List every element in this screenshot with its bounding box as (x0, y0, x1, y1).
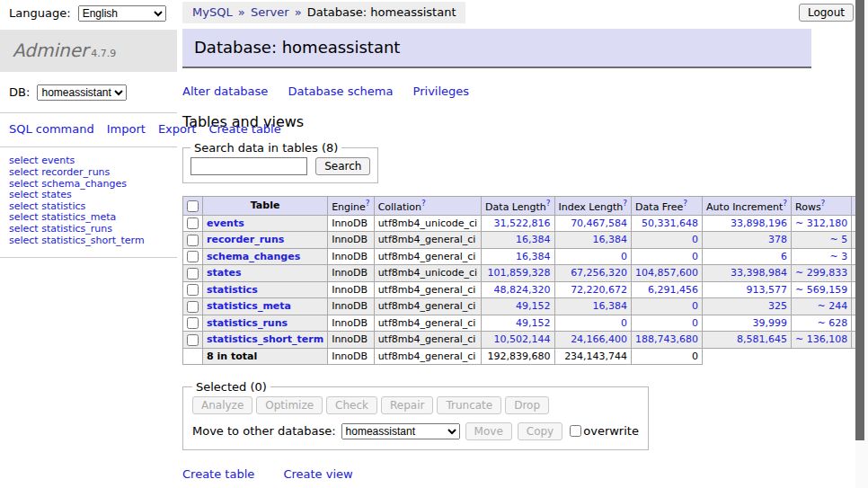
auto-increment-link[interactable]: 6 (781, 251, 787, 262)
sidebar-link-sql-command[interactable]: SQL command (9, 122, 94, 136)
db-select[interactable]: homeassistant (37, 84, 127, 101)
index-length-link[interactable]: 70,467,584 (571, 217, 627, 229)
help-link-data-length[interactable]: ? (546, 199, 551, 208)
sidebar-table-link-schema-changes[interactable]: schema_changes (41, 178, 127, 190)
table-name-link-events[interactable]: events (207, 217, 244, 229)
select-link-states[interactable]: select (9, 189, 39, 200)
data-free-link[interactable]: 50,331,648 (642, 217, 698, 229)
data-length-link[interactable]: 49,152 (516, 300, 551, 312)
row-checkbox-schema-changes[interactable] (187, 251, 199, 262)
index-length-link[interactable]: 72,220,672 (571, 284, 627, 296)
select-link-schema-changes[interactable]: select (9, 178, 39, 190)
table-name-link-statistics[interactable]: statistics (207, 284, 258, 296)
rows-count-link[interactable]: ~ 628 (817, 317, 847, 329)
help-link-index-length[interactable]: ? (623, 199, 627, 208)
index-length-link[interactable]: 0 (621, 317, 627, 329)
create-view-link[interactable]: Create view (283, 467, 352, 481)
row-checkbox-recorder-runs[interactable] (187, 235, 199, 246)
select-link-statistics-short-term[interactable]: select (9, 235, 39, 246)
select-link-recorder-runs[interactable]: select (9, 166, 39, 178)
sidebar-table-link-recorder-runs[interactable]: recorder_runs (41, 166, 110, 178)
auto-increment-link[interactable]: 325 (768, 300, 787, 312)
data-length-link[interactable]: 48,824,320 (494, 284, 551, 296)
sidebar-table-link-statistics[interactable]: statistics (41, 200, 85, 212)
data-length-link[interactable]: 101,859,328 (488, 267, 551, 279)
row-checkbox-states[interactable] (187, 268, 199, 279)
index-length-link[interactable]: 67,256,320 (571, 267, 627, 279)
rows-count-link[interactable]: ~ 312,180 (795, 217, 847, 229)
select-link-statistics-meta[interactable]: select (9, 211, 39, 223)
auto-increment-link[interactable]: 378 (768, 234, 787, 245)
rows-count-link[interactable]: ~ 136,108 (795, 333, 847, 345)
help-link-data-free[interactable]: ? (683, 199, 687, 208)
move-database-select[interactable]: homeassistant (341, 423, 460, 439)
privileges-link[interactable]: Privileges (413, 84, 470, 98)
row-checkbox-events[interactable] (187, 217, 199, 229)
rows-count-link[interactable]: ~ 244 (817, 300, 847, 312)
data-free-link[interactable]: 104,857,600 (635, 267, 698, 279)
data-free-link[interactable]: 0 (692, 251, 698, 262)
auto-increment-link[interactable]: 913,577 (747, 284, 788, 296)
data-free-link[interactable]: 0 (692, 300, 698, 312)
select-all-checkbox[interactable] (187, 200, 199, 212)
search-input[interactable] (190, 157, 307, 175)
alter-database-link[interactable]: Alter database (182, 84, 268, 98)
help-link-rows[interactable]: ? (821, 199, 826, 208)
table-name-link-statistics-meta[interactable]: statistics_meta (207, 300, 291, 312)
row-checkbox-statistics-short-term[interactable] (187, 334, 199, 346)
sidebar-table-link-statistics-short-term[interactable]: statistics_short_term (41, 235, 144, 246)
row-checkbox-statistics-meta[interactable] (187, 301, 199, 313)
auto-increment-link[interactable]: 39,999 (753, 317, 788, 329)
overwrite-checkbox[interactable] (570, 425, 581, 437)
row-checkbox-statistics-runs[interactable] (187, 317, 199, 329)
data-length-link[interactable]: 31,522,816 (494, 217, 551, 229)
row-checkbox-statistics[interactable] (187, 284, 199, 296)
rows-count-link[interactable]: ~ 299,833 (795, 267, 847, 279)
data-free-link[interactable]: 6,291,456 (648, 284, 698, 296)
data-length-link[interactable]: 10,502,144 (494, 333, 551, 345)
database-schema-link[interactable]: Database schema (288, 84, 394, 98)
help-link-engine[interactable]: ? (366, 199, 370, 208)
data-free-link[interactable]: 188,743,680 (635, 333, 698, 345)
data-length-link[interactable]: 49,152 (516, 317, 551, 329)
scrollbar-track[interactable] (855, 0, 868, 488)
auto-increment-link[interactable]: 33,398,984 (731, 267, 787, 279)
help-link-collation[interactable]: ? (421, 199, 426, 208)
sidebar-link-import[interactable]: Import (107, 122, 146, 136)
auto-increment-link[interactable]: 33,898,196 (731, 217, 787, 229)
table-name-link-statistics-short-term[interactable]: statistics_short_term (207, 333, 323, 345)
help-link-auto-increment[interactable]: ? (783, 199, 787, 208)
index-length-link[interactable]: 16,384 (593, 234, 628, 245)
index-length-link[interactable]: 0 (621, 251, 627, 262)
search-button[interactable]: Search (315, 157, 370, 175)
table-name-link-schema-changes[interactable]: schema_changes (207, 251, 300, 262)
data-free-link[interactable]: 0 (692, 317, 698, 329)
select-link-statistics-runs[interactable]: select (9, 223, 39, 235)
table-name-link-states[interactable]: states (207, 267, 242, 279)
table-name-link-statistics-runs[interactable]: statistics_runs (207, 317, 288, 329)
auto-increment-link[interactable]: 8,581,645 (737, 333, 787, 345)
rows-count-link[interactable]: ~ 3 (829, 251, 847, 262)
sidebar-table-link-statistics-runs[interactable]: statistics_runs (41, 223, 112, 235)
rows-count-link[interactable]: ~ 5 (829, 234, 847, 245)
select-link-statistics[interactable]: select (9, 200, 39, 212)
data-length-link[interactable]: 16,384 (516, 234, 551, 245)
create-table-link[interactable]: Create table (182, 467, 254, 481)
sidebar-table-link-statistics-meta[interactable]: statistics_meta (41, 211, 116, 223)
sidebar-link-create-table[interactable]: Create table (208, 122, 280, 136)
sidebar-table-link-states[interactable]: states (41, 189, 72, 200)
rows-count-link[interactable]: ~ 569,159 (795, 284, 847, 296)
index-length-link[interactable]: 16,384 (593, 300, 628, 312)
data-free-link[interactable]: 0 (692, 234, 698, 245)
table-name-link-recorder-runs[interactable]: recorder_runs (207, 234, 284, 245)
sidebar-table-link-events[interactable]: events (41, 155, 75, 166)
logout-button[interactable]: Logout (799, 4, 854, 22)
language-select[interactable]: English (78, 5, 166, 22)
breadcrumb-link-mysql[interactable]: MySQL (192, 5, 233, 19)
index-length-link[interactable]: 24,166,400 (571, 333, 627, 345)
breadcrumb-link-server[interactable]: Server (251, 5, 289, 19)
scrollbar-thumb[interactable] (855, 0, 864, 440)
data-length-link[interactable]: 16,384 (516, 251, 551, 262)
select-link-events[interactable]: select (9, 155, 39, 166)
sidebar-link-export[interactable]: Export (158, 122, 197, 136)
